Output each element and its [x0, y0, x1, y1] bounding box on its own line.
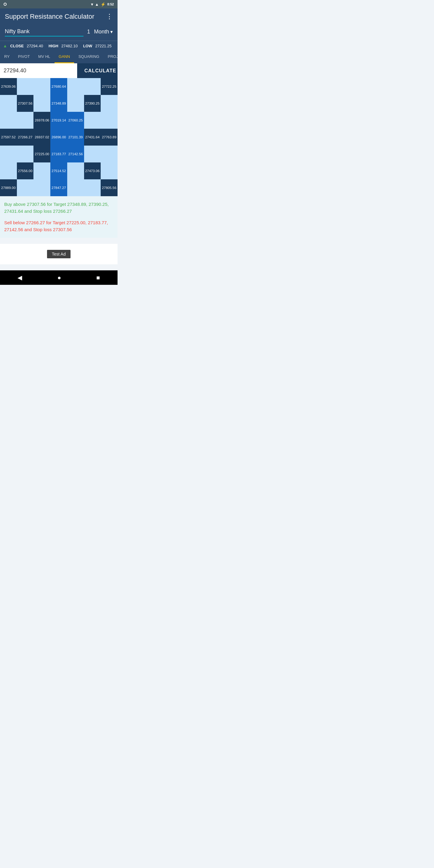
search-row: 1 Month ▾: [0, 25, 118, 41]
grid-row-2: 26978.0627019.1427060.25: [0, 112, 118, 129]
tab-mvhl[interactable]: MV HL: [34, 51, 55, 63]
grid-cell-2-0: [0, 112, 17, 129]
grid-cell-4-3: 27183.77: [50, 146, 67, 162]
triangle-icon: ▲: [3, 43, 7, 48]
grid-cell-6-3: 27847.27: [50, 179, 67, 196]
symbol-input[interactable]: [5, 27, 84, 36]
grid-cell-6-4: [67, 179, 84, 196]
dropdown-arrow-icon: ▾: [110, 29, 113, 35]
grid-cell-6-2: [33, 179, 50, 196]
grid-cell-3-1: 27266.27: [17, 129, 34, 146]
grid-cell-3-4: 27101.39: [67, 129, 84, 146]
grid-row-1: 27307.5627348.8927390.25: [0, 95, 118, 112]
grid-container: 27639.0627680.6427722.2527307.5627348.89…: [0, 78, 118, 196]
grid-cell-3-0: 27597.52: [0, 129, 17, 146]
grid-cell-2-1: [17, 112, 34, 129]
recent-button[interactable]: ■: [96, 274, 100, 281]
grid-cell-6-0: 27889.00: [0, 179, 17, 196]
grid-cell-1-6: [101, 95, 118, 112]
grid-cell-0-4: [67, 78, 84, 95]
grid-cell-1-4: [67, 95, 84, 112]
grid-row-4: 27225.0027183.7727142.56: [0, 146, 118, 162]
grid-cell-0-3: 27680.64: [50, 78, 67, 95]
grid-cell-1-3: 27348.89: [50, 95, 67, 112]
app-title: Support Resistance Calculator: [5, 13, 94, 21]
app-header: Support Resistance Calculator ⋮: [0, 8, 118, 25]
grid-cell-4-4: 27142.56: [67, 146, 84, 162]
grid-cell-5-6: [101, 162, 118, 179]
back-button[interactable]: ◀: [18, 274, 22, 281]
grid-cell-6-5: [84, 179, 101, 196]
grid-row-0: 27639.0627680.6427722.25: [0, 78, 118, 95]
grid-cell-5-0: [0, 162, 17, 179]
sell-signal: Sell below 27266.27 for Target 27225.00,…: [4, 219, 113, 233]
grid-cell-4-0: [0, 146, 17, 162]
tab-pivot[interactable]: PIVOT: [14, 51, 34, 63]
wifi-icon: ▾: [91, 2, 93, 7]
status-icons: ▾ ▲ ⚡ 8:52: [91, 2, 114, 7]
calc-row: CALCULATE: [0, 63, 118, 78]
status-time: 8:52: [107, 2, 114, 6]
low-label: LOW: [83, 44, 92, 48]
grid-cell-4-2: 27225.00: [33, 146, 50, 162]
low-value: 27221.25: [95, 44, 112, 48]
grid-cell-3-6: 27763.89: [101, 129, 118, 146]
signal-section: Buy above 27307.56 for Target 27348.89, …: [0, 196, 118, 238]
grid-cell-5-4: [67, 162, 84, 179]
grid-cell-2-6: [101, 112, 118, 129]
grid-cell-6-6: 27805.56: [101, 179, 118, 196]
status-circle: [4, 3, 7, 6]
calculate-button[interactable]: CALCULATE: [77, 63, 118, 78]
grid-cell-1-0: [0, 95, 17, 112]
grid-cell-5-3: 27514.52: [50, 162, 67, 179]
more-icon[interactable]: ⋮: [106, 13, 113, 21]
grid-cell-0-0: 27639.06: [0, 78, 17, 95]
grid-cell-6-1: [17, 179, 34, 196]
tab-squaring[interactable]: SQUARING: [74, 51, 103, 63]
tabs-row: RY PIVOT MV HL GANN SQUARING PROJECTI...: [0, 51, 118, 63]
tab-gann[interactable]: GANN: [55, 51, 74, 63]
home-button[interactable]: ●: [57, 274, 61, 281]
tab-projection[interactable]: PROJECTI...: [103, 51, 118, 63]
month-value: 1: [87, 29, 90, 35]
grid-cell-4-5: [84, 146, 101, 162]
status-bar: ▾ ▲ ⚡ 8:52: [0, 0, 118, 8]
month-dropdown[interactable]: 1 Month ▾: [87, 29, 113, 35]
month-label: Month: [94, 29, 109, 35]
grid-cell-2-5: [84, 112, 101, 129]
grid-row-3: 27597.5227266.2726937.0226896.0027101.39…: [0, 129, 118, 146]
grid-cell-3-3: 26896.00: [50, 129, 67, 146]
grid-cell-0-2: [33, 78, 50, 95]
grid-cell-1-1: 27307.56: [17, 95, 34, 112]
grid-cell-3-5: 27431.64: [84, 129, 101, 146]
grid-cell-5-1: 27556.00: [17, 162, 34, 179]
grid-cell-0-6: 27722.25: [101, 78, 118, 95]
signal-icon: ▲: [95, 2, 99, 7]
bottom-nav: ◀ ● ■: [0, 270, 118, 285]
grid-cell-2-3: 27019.14: [50, 112, 67, 129]
ad-label: Test Ad: [47, 250, 70, 258]
battery-icon: ⚡: [101, 2, 105, 7]
grid-cell-3-2: 26937.02: [33, 129, 50, 146]
grid-cell-4-6: [101, 146, 118, 162]
calc-input[interactable]: [0, 63, 77, 78]
grid-row-5: 27556.0027514.5227473.06: [0, 162, 118, 179]
grid-cell-1-2: [33, 95, 50, 112]
close-label: CLOSE: [10, 44, 24, 48]
tab-ry[interactable]: RY: [0, 51, 14, 63]
grid-cell-0-5: [84, 78, 101, 95]
grid-row-6: 27889.0027847.2727805.56: [0, 179, 118, 196]
grid-cell-4-1: [17, 146, 34, 162]
grid-cell-2-2: 26978.06: [33, 112, 50, 129]
buy-signal: Buy above 27307.56 for Target 27348.89, …: [4, 201, 113, 215]
ad-banner: Test Ad: [0, 244, 118, 264]
grid-cell-1-5: 27390.25: [84, 95, 101, 112]
grid-cell-5-5: 27473.06: [84, 162, 101, 179]
grid-cell-5-2: [33, 162, 50, 179]
price-row: ▲ CLOSE 27294.40 HIGH 27482.10 LOW 27221…: [0, 41, 118, 51]
month-label-text: [91, 29, 93, 35]
grid-cell-2-4: 27060.25: [67, 112, 84, 129]
high-label: HIGH: [49, 44, 59, 48]
grid-cell-0-1: [17, 78, 34, 95]
close-value: 27294.40: [27, 44, 43, 48]
